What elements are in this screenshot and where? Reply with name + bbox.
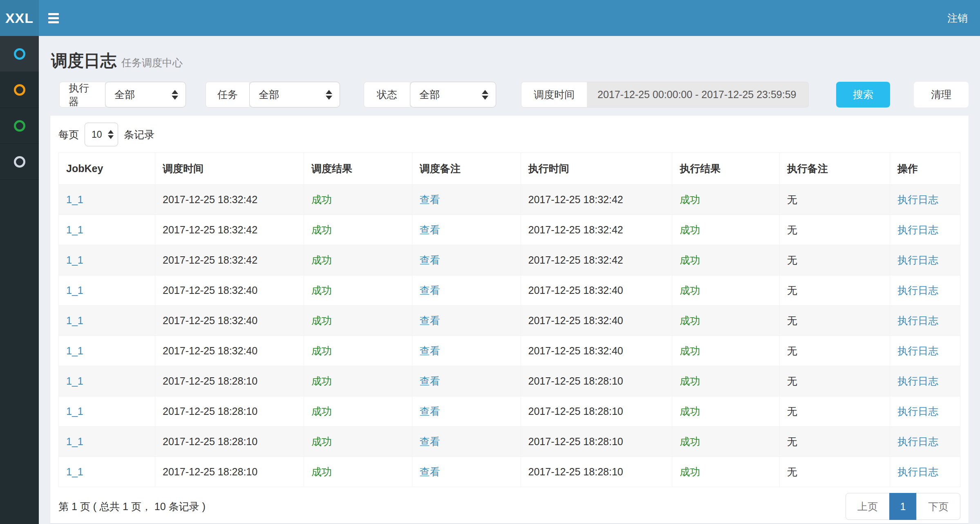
handle-result-cell: 成功	[672, 366, 780, 396]
select-arrows-icon	[108, 130, 114, 139]
column-header-3: 调度结果	[304, 153, 412, 185]
select-arrows-icon	[172, 90, 178, 100]
navbar: 注销	[39, 0, 980, 36]
jobkey-link[interactable]: 1_1	[59, 427, 155, 457]
circle-outline-icon	[14, 84, 25, 96]
trigger-result-cell: 成功	[304, 427, 412, 457]
table-row: 1_12017-12-25 18:32:42成功查看2017-12-25 18:…	[59, 245, 960, 275]
trigger-result-cell: 成功	[304, 215, 412, 245]
jobkey-link[interactable]: 1_1	[59, 215, 155, 245]
handle-time-cell: 2017-12-25 18:28:10	[521, 366, 672, 396]
trigger-result-cell: 成功	[304, 336, 412, 366]
jobkey-link[interactable]: 1_1	[59, 275, 155, 306]
trigger-msg-link[interactable]: 查看	[412, 306, 521, 336]
time-filter-label: 调度时间	[521, 82, 587, 107]
execution-log-link[interactable]: 执行日志	[890, 366, 960, 396]
handle-result-cell: 成功	[672, 427, 780, 457]
trigger-msg-link[interactable]: 查看	[412, 185, 521, 215]
executor-select[interactable]: 全部	[105, 82, 186, 107]
time-range-input[interactable]: 2017-12-25 00:00:00 - 2017-12-25 23:59:5…	[587, 82, 809, 107]
column-header-5: 执行时间	[521, 153, 672, 185]
trigger-time-cell: 2017-12-25 18:32:40	[155, 306, 304, 336]
handle-time-cell: 2017-12-25 18:28:10	[521, 457, 672, 487]
circle-outline-icon	[14, 156, 25, 168]
sidebar-toggle-button[interactable]	[39, 0, 68, 36]
execution-log-link[interactable]: 执行日志	[890, 215, 960, 245]
search-button[interactable]: 搜索	[836, 82, 890, 107]
jobkey-link[interactable]: 1_1	[59, 245, 155, 275]
jobkey-link[interactable]: 1_1	[59, 366, 155, 396]
top-navbar: XXL 注销	[0, 0, 980, 36]
trigger-msg-link[interactable]: 查看	[412, 245, 521, 275]
trigger-result-cell: 成功	[304, 185, 412, 215]
job-filter-label: 任务	[206, 82, 249, 107]
trigger-result-cell: 成功	[304, 245, 412, 275]
table-row: 1_12017-12-25 18:32:42成功查看2017-12-25 18:…	[59, 185, 960, 215]
trigger-msg-link[interactable]: 查看	[412, 215, 521, 245]
handle-msg-cell: 无	[779, 396, 890, 427]
pagination-next-button[interactable]: 下页	[916, 493, 960, 520]
jobkey-link[interactable]: 1_1	[59, 185, 155, 215]
trigger-msg-link[interactable]: 查看	[412, 336, 521, 366]
trigger-time-cell: 2017-12-25 18:32:40	[155, 275, 304, 306]
trigger-result-cell: 成功	[304, 366, 412, 396]
sidebar-item-1[interactable]	[0, 36, 39, 72]
log-table-panel: 每页 10 条记录 JobKey调度时间调度结果调度备注执行时间执行结果执行备注…	[50, 116, 969, 523]
handle-msg-cell: 无	[779, 306, 890, 336]
trigger-result-cell: 成功	[304, 275, 412, 306]
trigger-msg-link[interactable]: 查看	[412, 396, 521, 427]
handle-result-cell: 成功	[672, 245, 780, 275]
sidebar-item-3[interactable]	[0, 108, 39, 144]
execution-log-link[interactable]: 执行日志	[890, 275, 960, 306]
column-header-8: 操作	[890, 153, 960, 185]
jobkey-link[interactable]: 1_1	[59, 306, 155, 336]
job-select[interactable]: 全部	[249, 82, 340, 107]
handle-msg-cell: 无	[779, 275, 890, 306]
executor-select-value: 全部	[114, 88, 135, 101]
execution-log-link[interactable]: 执行日志	[890, 396, 960, 427]
main-content: 调度日志任务调度中心 执行器 全部 任务 全部 状态 全部 调度时间	[39, 36, 980, 524]
trigger-result-cell: 成功	[304, 306, 412, 336]
trigger-msg-link[interactable]: 查看	[412, 457, 521, 487]
table-row: 1_12017-12-25 18:32:40成功查看2017-12-25 18:…	[59, 336, 960, 366]
job-select-value: 全部	[259, 88, 279, 101]
handle-result-cell: 成功	[672, 215, 780, 245]
page-size-prefix-label: 每页	[58, 128, 79, 141]
table-row: 1_12017-12-25 18:28:10成功查看2017-12-25 18:…	[59, 396, 960, 427]
column-header-7: 执行备注	[779, 153, 890, 185]
page-header: 调度日志任务调度中心	[50, 48, 969, 73]
trigger-msg-link[interactable]: 查看	[412, 275, 521, 306]
handle-msg-cell: 无	[779, 336, 890, 366]
jobkey-link[interactable]: 1_1	[59, 457, 155, 487]
execution-log-link[interactable]: 执行日志	[890, 306, 960, 336]
status-select-value: 全部	[419, 88, 440, 101]
sidebar-item-2[interactable]	[0, 72, 39, 108]
execution-log-link[interactable]: 执行日志	[890, 245, 960, 275]
trigger-msg-link[interactable]: 查看	[412, 366, 521, 396]
trigger-msg-link[interactable]: 查看	[412, 427, 521, 457]
select-arrows-icon	[482, 90, 488, 100]
execution-log-link[interactable]: 执行日志	[890, 185, 960, 215]
jobkey-link[interactable]: 1_1	[59, 336, 155, 366]
circle-outline-icon	[14, 48, 25, 60]
status-select[interactable]: 全部	[410, 82, 496, 107]
clear-button[interactable]: 清理	[914, 82, 969, 107]
logout-link[interactable]: 注销	[935, 0, 980, 36]
handle-result-cell: 成功	[672, 185, 780, 215]
pagination-page-1-button[interactable]: 1	[889, 493, 917, 520]
execution-log-link[interactable]: 执行日志	[890, 427, 960, 457]
handle-result-cell: 成功	[672, 306, 780, 336]
page-size-select[interactable]: 10	[85, 123, 118, 146]
executor-filter-group: 执行器 全部	[59, 82, 186, 107]
jobkey-link[interactable]: 1_1	[59, 396, 155, 427]
app-logo[interactable]: XXL	[0, 0, 39, 36]
sidebar-item-4[interactable]	[0, 144, 39, 180]
handle-msg-cell: 无	[779, 215, 890, 245]
table-row: 1_12017-12-25 18:28:10成功查看2017-12-25 18:…	[59, 427, 960, 457]
pagination-prev-button[interactable]: 上页	[846, 493, 890, 520]
execution-log-link[interactable]: 执行日志	[890, 336, 960, 366]
execution-log-link[interactable]: 执行日志	[890, 457, 960, 487]
handle-msg-cell: 无	[779, 245, 890, 275]
job-filter-group: 任务 全部	[206, 82, 340, 107]
table-header-row: JobKey调度时间调度结果调度备注执行时间执行结果执行备注操作	[59, 153, 960, 185]
